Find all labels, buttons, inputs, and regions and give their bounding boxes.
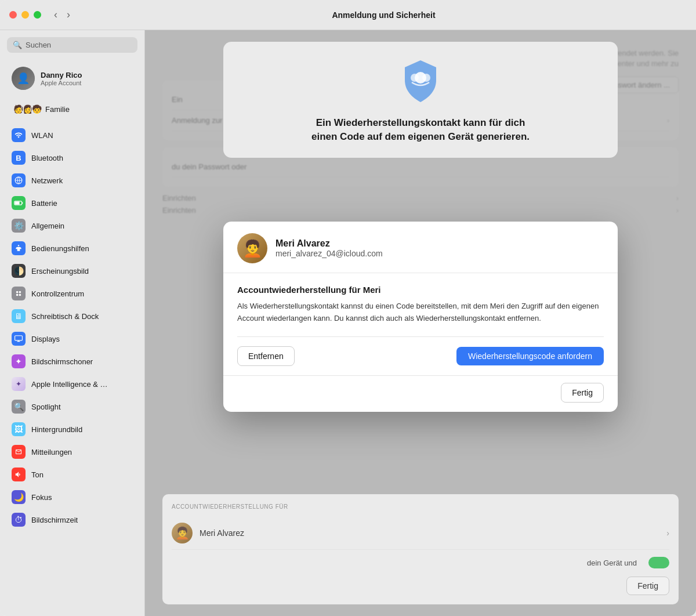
contact-name: Meri Alvarez [276, 238, 383, 249]
sidebar-item-displays[interactable]: Displays [3, 328, 141, 350]
bluetooth-label: Bluetooth [31, 154, 63, 162]
sidebar-item-wlan[interactable]: WLAN [3, 124, 141, 146]
contact-avatar: 🧑‍🦱 [237, 233, 267, 263]
shield-icon-wrap [246, 58, 594, 107]
content-area: rwendet werden. Sie Game Center und mehr… [145, 30, 696, 616]
bg-meri-row: 🧑‍🦱 Meri Alvarez › [172, 517, 669, 550]
shield-icon [400, 58, 441, 104]
wlan-label: WLAN [31, 131, 53, 140]
search-bar[interactable]: 🔍 Suchen [7, 37, 137, 53]
spotlight-icon: 🔍 [12, 400, 26, 414]
sidebar-item-profile[interactable]: 👤 Danny Rico Apple Account [3, 61, 141, 96]
modal-dialog: 🧑‍🦱 Meri Alvarez meri_alvarez_04@icloud.… [223, 222, 618, 412]
main-window: ‹ › Anmeldung und Sicherheit 🔍 Suchen 👤 … [0, 0, 696, 616]
bildschirmschoner-icon: ✦ [12, 354, 26, 368]
bg-done-area: Fertig [172, 577, 669, 595]
svg-point-11 [411, 74, 419, 82]
fokus-label: Fokus [31, 493, 52, 502]
profile-name: Danny Rico [41, 71, 82, 79]
svg-point-4 [18, 245, 19, 246]
top-sheet-line1: Ein Wiederherstellungskontakt kann für d… [316, 117, 525, 128]
search-placeholder: Suchen [26, 41, 51, 49]
sidebar-item-ton[interactable]: Ton [3, 463, 141, 485]
bluetooth-icon: B [12, 151, 26, 165]
bg-meri-chevron: › [666, 528, 669, 538]
bg-meri-name: Meri Alvarez [200, 528, 244, 538]
bedienungshilfen-icon [12, 241, 26, 255]
avatar-image: 👤 [12, 67, 35, 90]
svg-rect-9 [15, 336, 23, 340]
sidebar-item-bildschirmschoner[interactable]: ✦ Bildschirmschoner [3, 350, 141, 372]
contact-email: meri_alvarez_04@icloud.com [276, 249, 383, 258]
sidebar-item-batterie[interactable]: Batterie [3, 192, 141, 214]
batterie-label: Batterie [31, 199, 57, 208]
modal-contact-header: 🧑‍🦱 Meri Alvarez meri_alvarez_04@icloud.… [223, 222, 618, 273]
hintergrundbild-label: Hintergrundbild [31, 425, 82, 434]
ton-label: Ton [31, 470, 44, 479]
bg-toggle [648, 557, 669, 568]
sidebar-item-mitteilungen[interactable]: Mitteilungen [3, 441, 141, 463]
mitteilungen-icon [12, 445, 26, 459]
mitteilungen-label: Mitteilungen [31, 448, 72, 456]
sidebar-item-bluetooth[interactable]: B Bluetooth [3, 147, 141, 169]
bg-footer-area: dein Gerät und [172, 557, 669, 568]
profile-subtitle: Apple Account [41, 79, 82, 86]
spotlight-label: Spotlight [31, 403, 61, 411]
familie-label: Familie [45, 105, 70, 114]
contact-info: Meri Alvarez meri_alvarez_04@icloud.com [276, 238, 383, 258]
forward-button[interactable]: › [63, 8, 74, 22]
minimize-button[interactable] [21, 11, 29, 19]
bg-footer-right: dein Gerät und [587, 557, 669, 568]
svg-point-7 [16, 294, 19, 296]
sidebar-item-schreibtisch[interactable]: 🖥 Schreibtisch & Dock [3, 305, 141, 327]
top-sheet-title: Ein Wiederherstellungskontakt kann für d… [246, 116, 594, 144]
displays-icon [12, 332, 26, 346]
titlebar: ‹ › Anmeldung und Sicherheit [0, 0, 696, 30]
maximize-button[interactable] [34, 11, 41, 19]
bg-fertig-button: Fertig [626, 577, 669, 595]
schreibtisch-icon: 🖥 [12, 309, 26, 323]
top-sheet-line2: einen Code auf dem eigenen Gerät generie… [311, 131, 530, 142]
svg-point-6 [19, 291, 21, 293]
modal-body: Accountwiederherstellung für Meri Als Wi… [223, 273, 618, 336]
sidebar-item-allgemein[interactable]: ⚙️ Allgemein [3, 215, 141, 237]
sidebar-item-kontrollzentrum[interactable]: Kontrollzentrum [3, 282, 141, 305]
traffic-lights [9, 11, 41, 19]
kontrollzentrum-label: Kontrollzentrum [31, 289, 84, 298]
erscheinungsbild-label: Erscheinungsbild [31, 267, 89, 276]
sidebar-item-fokus[interactable]: 🌙 Fokus [3, 486, 141, 508]
bg-account-label: ACCOUNTWIEDERHERSTELLUNG FÜR [172, 503, 669, 510]
request-code-button[interactable]: Wiederherstellungscode anfordern [456, 347, 604, 365]
family-avatar-3: 🧒 [30, 103, 43, 115]
window-title: Anmeldung und Sicherheit [81, 10, 687, 20]
sidebar: 🔍 Suchen 👤 Danny Rico Apple Account 🧑 👩 [0, 30, 145, 616]
avatar: 👤 [12, 67, 35, 90]
search-icon: 🔍 [13, 41, 22, 49]
modal-actions: Entfernen Wiederherstellungscode anforde… [223, 337, 618, 375]
sidebar-item-hintergrundbild[interactable]: 🖼 Hintergrundbild [3, 418, 141, 440]
erscheinungsbild-icon: 🌓 [12, 264, 26, 278]
sidebar-item-spotlight[interactable]: 🔍 Spotlight [3, 396, 141, 418]
apple-intelligence-icon: ✦ [12, 377, 26, 391]
modal-body-text: Als Wiederherstellungskontakt kannst du … [237, 300, 604, 325]
netzwerk-icon [12, 173, 26, 187]
ton-icon [12, 468, 26, 481]
profile-text: Danny Rico Apple Account [41, 71, 82, 86]
sidebar-item-bedienungshilfen[interactable]: Bedienungshilfen [3, 237, 141, 259]
bildschirmzeit-label: Bildschirmzeit [31, 516, 78, 524]
sidebar-item-erscheinungsbild[interactable]: 🌓 Erscheinungsbild [3, 260, 141, 282]
familie-avatars: 🧑 👩 🧒 [12, 103, 39, 115]
back-button[interactable]: ‹ [50, 8, 61, 22]
nav-buttons: ‹ › [50, 8, 74, 22]
sidebar-item-familie[interactable]: 🧑 👩 🧒 Familie [3, 98, 141, 120]
schreibtisch-label: Schreibtisch & Dock [31, 312, 99, 321]
close-button[interactable] [9, 11, 17, 19]
main-layout: 🔍 Suchen 👤 Danny Rico Apple Account 🧑 👩 [0, 30, 696, 616]
sidebar-item-netzwerk[interactable]: Netzwerk [3, 169, 141, 191]
remove-button[interactable]: Entfernen [237, 346, 295, 366]
done-button[interactable]: Fertig [561, 383, 604, 403]
svg-rect-2 [15, 202, 20, 205]
modal-footer: Fertig [223, 376, 618, 412]
sidebar-item-bildschirmzeit[interactable]: ⏱ Bildschirmzeit [3, 509, 141, 531]
sidebar-item-apple-intelligence[interactable]: ✦ Apple Intelligence & … [3, 373, 141, 395]
